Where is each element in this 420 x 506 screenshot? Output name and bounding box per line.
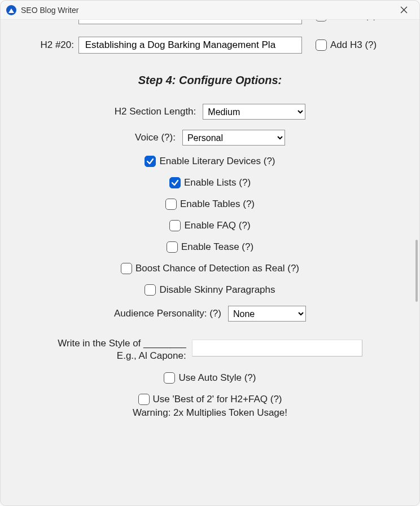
add-h3-19-checkbox[interactable] (316, 20, 327, 21)
disable-skinny-label: Disable Skinny Paragraphs (159, 284, 275, 296)
best-of-2-checkbox[interactable] (138, 394, 150, 405)
enable-lists-checkbox[interactable] (169, 177, 181, 188)
h2-input-19[interactable] (78, 20, 302, 24)
close-icon (400, 6, 408, 14)
row-enable-tables: Enable Tables (?) (1, 199, 419, 210)
best-of-2-label: Use 'Best of 2' for H2+FAQ (?) (153, 394, 282, 405)
disable-skinny-checkbox[interactable] (145, 284, 156, 296)
add-h3-20[interactable]: Add H3 (?) (316, 39, 377, 51)
h2-label-20: H2 #20: (33, 39, 74, 51)
voice-select[interactable]: Personal (182, 130, 285, 146)
write-style-line2: E.g., Al Capone: (58, 350, 186, 362)
voice-label: Voice (?): (135, 132, 176, 143)
write-style-input[interactable] (192, 340, 362, 357)
step4-heading: Step 4: Configure Options: (1, 74, 419, 87)
row-enable-tease: Enable Tease (?) (1, 241, 419, 253)
h2-row-20: H2 #20: Add H3 (?) (1, 37, 419, 54)
write-style-labels: Write in the Style of ________ E.g., Al … (58, 337, 186, 362)
boost-detection-label: Boost Chance of Detection as Real (?) (135, 263, 299, 274)
enable-tease-checkbox[interactable] (167, 241, 178, 253)
h2-section-length-label: H2 Section Length: (115, 106, 196, 117)
app-icon (6, 5, 16, 15)
add-h3-20-checkbox[interactable] (316, 39, 327, 51)
enable-lists-label: Enable Lists (?) (184, 177, 251, 188)
enable-tables-checkbox[interactable] (165, 199, 177, 210)
boost-detection-checkbox[interactable] (121, 263, 132, 274)
vertical-scrollbar-thumb[interactable] (415, 240, 418, 302)
best-of-2-warning: Warning: 2x Multiplies Token Usage! (1, 407, 419, 419)
window-title: SEO Blog Writer (21, 6, 78, 15)
h2-row-19: H2 #19: Add H3 (?) (1, 20, 419, 24)
enable-literary-checkbox[interactable] (145, 156, 156, 167)
enable-faq-label: Enable FAQ (?) (184, 220, 250, 231)
row-auto-style: Use Auto Style (?) (1, 372, 419, 384)
row-boost-detection: Boost Chance of Detection as Real (?) (1, 263, 419, 274)
row-audience-personality: Audience Personality: (?) None (1, 306, 419, 322)
add-h3-20-label: Add H3 (?) (330, 39, 377, 51)
auto-style-label: Use Auto Style (?) (178, 372, 256, 384)
write-style-line1: Write in the Style of ________ (58, 337, 186, 350)
h2-label-19: H2 #19: (33, 20, 74, 21)
row-voice: Voice (?): Personal (1, 130, 419, 146)
row-enable-lists: Enable Lists (?) (1, 177, 419, 188)
app-window: SEO Blog Writer H2 #19: Add H3 (?) (0, 0, 420, 506)
h2-input-20[interactable] (78, 37, 302, 54)
add-h3-19-label: Add H3 (?) (330, 20, 377, 21)
row-write-style: Write in the Style of ________ E.g., Al … (1, 337, 419, 362)
close-button[interactable] (391, 2, 416, 19)
form-area: H2 #19: Add H3 (?) H2 #20: Add H3 ( (1, 20, 419, 505)
enable-faq-checkbox[interactable] (169, 220, 181, 231)
add-h3-19[interactable]: Add H3 (?) (316, 20, 377, 21)
audience-personality-label: Audience Personality: (?) (114, 308, 221, 319)
row-h2-section-length: H2 Section Length: Medium (1, 104, 419, 120)
enable-literary-label: Enable Literary Devices (?) (159, 156, 275, 167)
auto-style-checkbox[interactable] (164, 372, 175, 384)
h2-section-length-select[interactable]: Medium (203, 104, 305, 120)
row-enable-literary: Enable Literary Devices (?) (1, 156, 419, 167)
audience-personality-select[interactable]: None (228, 306, 306, 322)
titlebar: SEO Blog Writer (1, 1, 419, 20)
enable-tables-label: Enable Tables (?) (180, 199, 255, 210)
enable-tease-label: Enable Tease (?) (181, 241, 253, 253)
row-enable-faq: Enable FAQ (?) (1, 220, 419, 231)
row-best-of-2: Use 'Best of 2' for H2+FAQ (?) (1, 394, 419, 405)
row-disable-skinny: Disable Skinny Paragraphs (1, 284, 419, 296)
